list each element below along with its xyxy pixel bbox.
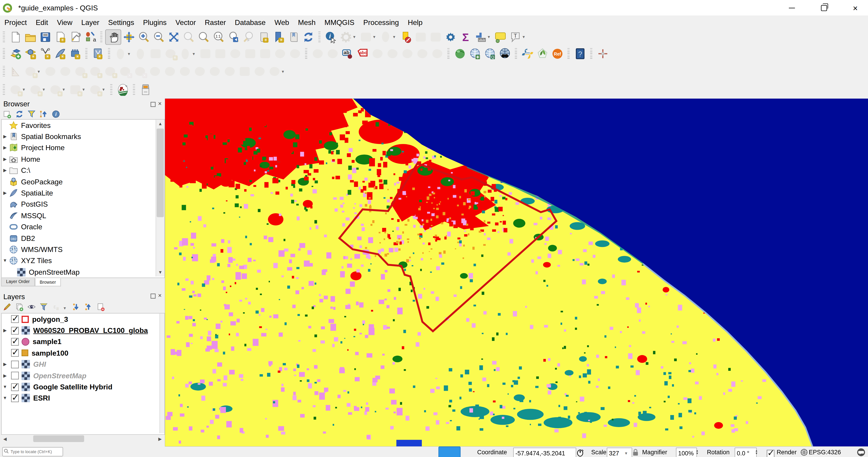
scale-combo[interactable]: 327: [607, 447, 632, 457]
processing-toolbox-button[interactable]: [443, 30, 458, 44]
collapse-icon[interactable]: [2, 385, 8, 389]
select-features-button[interactable]: [358, 30, 373, 44]
statistical-summary-button[interactable]: Σ: [458, 30, 473, 44]
menu-settings[interactable]: Settings: [104, 16, 139, 28]
text-annotation-button[interactable]: T: [507, 30, 523, 44]
browser-item-project-home[interactable]: Project Home: [2, 142, 164, 154]
pan-map-button[interactable]: [105, 29, 121, 44]
scrollbar-thumb[interactable]: [157, 129, 164, 217]
toolbar-handle[interactable]: [85, 48, 88, 59]
statistics-button[interactable]: [428, 30, 443, 44]
coordinate-input[interactable]: -57.9474,-35.2041: [513, 447, 576, 457]
locator-input[interactable]: [2, 447, 63, 457]
browser-item-c-drive[interactable]: C:\: [2, 165, 164, 176]
add-part-button[interactable]: [88, 64, 102, 79]
collapse-icon[interactable]: [2, 396, 8, 401]
reshape-features-button[interactable]: [147, 64, 162, 79]
toolbar-handle[interactable]: [3, 84, 5, 95]
layer-checkbox[interactable]: [11, 315, 19, 323]
current-edits-button[interactable]: [113, 47, 128, 61]
expand-icon[interactable]: [2, 190, 8, 195]
toolbar-handle[interactable]: [133, 84, 135, 95]
layer-diagram-button[interactable]: abc: [355, 47, 370, 61]
run-feature-action-button[interactable]: [338, 30, 353, 44]
change-label-button[interactable]: [430, 47, 444, 61]
layer-row-sample1[interactable]: sample1: [2, 336, 164, 347]
browser-item-db2[interactable]: DB2DB2: [2, 233, 164, 244]
expand-icon[interactable]: [2, 373, 8, 378]
new-shapefile-layer-button[interactable]: ✳: [90, 47, 105, 61]
toolbar-handle[interactable]: [515, 48, 517, 59]
green-sphere-plugin-button[interactable]: [452, 47, 467, 61]
manage-visibility-button[interactable]: [27, 303, 36, 314]
browser-item-oracle[interactable]: Oracle: [2, 221, 164, 233]
minimize-button[interactable]: [779, 0, 804, 16]
zoom-to-layer-button[interactable]: [196, 30, 211, 44]
menu-view[interactable]: View: [53, 16, 77, 28]
toolbar-handle[interactable]: [567, 48, 570, 59]
menu-help[interactable]: Help: [403, 16, 427, 28]
fill-ring-button[interactable]: [102, 64, 117, 79]
device-plugin-button[interactable]: [138, 82, 153, 97]
filter-legend-button[interactable]: [39, 303, 48, 314]
browser-vertical-scrollbar[interactable]: ▲ ▼: [156, 120, 164, 276]
messages-icon[interactable]: [857, 447, 865, 457]
browser-item-xyz-tiles[interactable]: XYZ Tiles: [2, 255, 164, 267]
chevron-down-icon[interactable]: [102, 87, 107, 92]
zoom-out-button[interactable]: [151, 30, 166, 44]
menu-processing[interactable]: Processing: [359, 16, 403, 28]
offset-curve-button[interactable]: [162, 64, 177, 79]
menu-layer[interactable]: Layer: [77, 16, 104, 28]
metasearch-button[interactable]: Q: [482, 47, 497, 61]
metasearch-new-button[interactable]: [467, 47, 482, 61]
restore-button[interactable]: [811, 0, 836, 16]
identify-features-button[interactable]: i: [323, 30, 338, 44]
rotation-value[interactable]: 0.0 °: [735, 447, 757, 457]
layer-row-ghi[interactable]: GHI: [2, 359, 164, 370]
chevron-down-icon[interactable]: [42, 87, 48, 92]
modify-attributes-button[interactable]: [198, 47, 213, 61]
float-panel-icon[interactable]: [150, 294, 155, 299]
pin-labels-button[interactable]: [370, 47, 385, 61]
browser-item-home[interactable]: Home: [2, 154, 164, 165]
zoom-to-selection-button[interactable]: [181, 30, 196, 44]
paste-features-button[interactable]: [257, 47, 273, 61]
chevron-down-icon[interactable]: [353, 34, 358, 39]
show-spatial-bookmarks-button[interactable]: ✳: [271, 30, 286, 44]
add-postgis-layer-button[interactable]: ✳: [67, 47, 83, 61]
layer-row-sample100[interactable]: sample100: [2, 347, 164, 359]
menu-web[interactable]: Web: [270, 16, 293, 28]
save-project-button[interactable]: [38, 30, 53, 44]
add-rectangle-button[interactable]: [67, 82, 83, 97]
new-spatial-bookmark-button[interactable]: ✳: [256, 30, 271, 44]
browser-item-spatialite[interactable]: SpatiaLite: [2, 187, 164, 199]
layout-manager-button[interactable]: [67, 30, 83, 44]
merge-features-button[interactable]: [207, 64, 222, 79]
scroll-down-icon[interactable]: ▼: [156, 268, 164, 276]
chevron-down-icon[interactable]: [83, 87, 88, 92]
browser-item-favorites[interactable]: Favorites: [2, 120, 164, 131]
toggle-editing-button[interactable]: [133, 47, 148, 61]
browser-item-mssql[interactable]: MSSQL: [2, 210, 164, 221]
toolbar-handle[interactable]: [108, 48, 110, 59]
scroll-up-icon[interactable]: ▲: [156, 120, 164, 128]
chevron-down-icon[interactable]: [23, 87, 28, 92]
refresh-map-button[interactable]: [301, 30, 315, 44]
expand-icon[interactable]: [2, 328, 8, 333]
toolbar-handle[interactable]: [318, 31, 320, 42]
measure-button[interactable]: [473, 30, 488, 44]
simplify-feature-button[interactable]: [58, 64, 72, 79]
digitize-button[interactable]: [163, 47, 178, 61]
undo-button[interactable]: [272, 47, 287, 61]
crosshair-plugin-button[interactable]: [595, 47, 610, 61]
farm-plugin-button[interactable]: [115, 82, 130, 97]
diagram-options-button[interactable]: [325, 47, 340, 61]
expand-icon[interactable]: [2, 134, 8, 139]
lock-scale-icon[interactable]: [632, 447, 639, 457]
layer-checkbox[interactable]: [11, 327, 19, 334]
layer-row-polygon3[interactable]: polygon_3: [2, 313, 164, 325]
chevron-down-icon[interactable]: [393, 34, 398, 39]
remove-layer-button[interactable]: [96, 303, 105, 314]
mouse-extents-icon[interactable]: [576, 447, 584, 457]
layer-labeling-button[interactable]: ab: [340, 47, 355, 61]
